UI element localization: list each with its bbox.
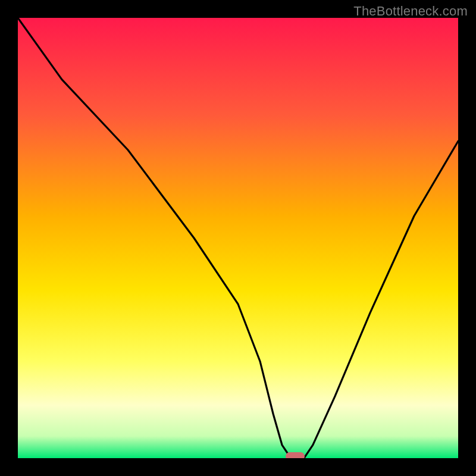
- watermark-label: TheBottleneck.com: [353, 4, 468, 19]
- chart-frame: TheBottleneck.com: [0, 0, 476, 476]
- optimal-marker: [286, 452, 305, 458]
- chart-svg: [18, 18, 458, 458]
- plot-area: [18, 18, 458, 458]
- gradient-background: [18, 18, 458, 458]
